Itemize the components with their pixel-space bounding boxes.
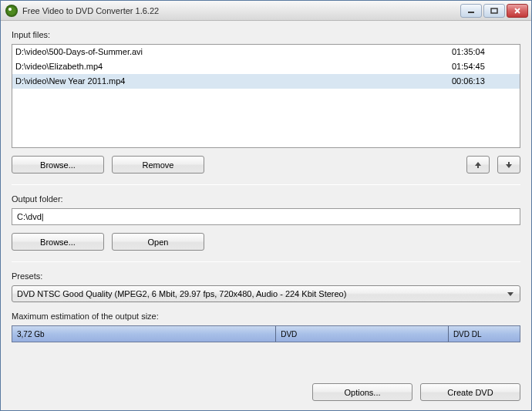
estimation-label: Maximum estimation of the output size: <box>12 312 520 321</box>
content-area: Input files: D:\video\500-Days-of-Summer… <box>1 21 531 410</box>
divider <box>12 261 520 262</box>
presets-dropdown[interactable]: DVD NTSC Good Quality (MPEG2, 6 Mbit, 29… <box>12 285 520 302</box>
divider <box>12 184 520 185</box>
dvd-marker: DVD <box>281 330 297 339</box>
file-path: D:\video\Elizabeth.mp4 <box>15 61 452 72</box>
close-button[interactable] <box>507 4 528 18</box>
size-dvddl-segment: DVD DL <box>449 326 520 342</box>
file-row[interactable]: D:\video\500-Days-of-Summer.avi01:35:04 <box>12 45 520 59</box>
input-files-label: Input files: <box>12 30 520 39</box>
maximize-button[interactable] <box>483 4 505 18</box>
arrow-down-icon <box>505 161 513 169</box>
input-buttons-row: Browse... Remove <box>12 156 520 173</box>
svg-rect-1 <box>491 8 497 13</box>
dvddl-marker: DVD DL <box>453 330 482 339</box>
options-button[interactable]: Options... <box>312 383 412 401</box>
file-row[interactable]: D:\video\New Year 2011.mp400:06:13 <box>12 74 520 89</box>
browse-input-button[interactable]: Browse... <box>12 156 104 173</box>
titlebar: Free Video to DVD Converter 1.6.22 <box>1 1 531 21</box>
file-path: D:\video\500-Days-of-Summer.avi <box>15 46 452 58</box>
file-row[interactable]: D:\video\Elizabeth.mp401:54:45 <box>12 59 520 74</box>
size-value: 3,72 Gb <box>17 330 45 339</box>
output-folder-input[interactable] <box>12 208 520 225</box>
remove-button[interactable]: Remove <box>112 156 204 173</box>
size-filled-segment: 3,72 Gb <box>12 326 276 342</box>
app-icon <box>5 5 18 17</box>
presets-selected-value: DVD NTSC Good Quality (MPEG2, 6 Mbit, 29… <box>17 289 346 298</box>
size-estimation-bar: 3,72 Gb DVD DVD DL <box>12 325 520 342</box>
file-path: D:\video\New Year 2011.mp4 <box>15 76 452 87</box>
window-controls <box>460 4 528 18</box>
create-dvd-button[interactable]: Create DVD <box>420 383 520 401</box>
bottom-buttons-row: Options... Create DVD <box>12 374 520 401</box>
presets-label: Presets: <box>12 271 520 281</box>
file-duration: 01:54:45 <box>452 61 513 72</box>
file-duration: 00:06:13 <box>452 76 513 87</box>
size-dvd-segment: DVD <box>276 326 449 342</box>
output-buttons-row: Browse... Open <box>12 233 520 251</box>
file-duration: 01:35:04 <box>452 46 513 58</box>
open-output-button[interactable]: Open <box>112 233 204 251</box>
move-down-button[interactable] <box>497 156 520 173</box>
browse-output-button[interactable]: Browse... <box>12 233 104 251</box>
move-up-button[interactable] <box>466 156 490 173</box>
output-folder-label: Output folder: <box>12 194 520 204</box>
arrow-up-icon <box>474 161 482 169</box>
app-window: Free Video to DVD Converter 1.6.22 Input… <box>0 0 532 411</box>
window-title: Free Video to DVD Converter 1.6.22 <box>22 6 460 15</box>
input-files-list[interactable]: D:\video\500-Days-of-Summer.avi01:35:04D… <box>12 44 520 148</box>
minimize-button[interactable] <box>460 4 482 18</box>
